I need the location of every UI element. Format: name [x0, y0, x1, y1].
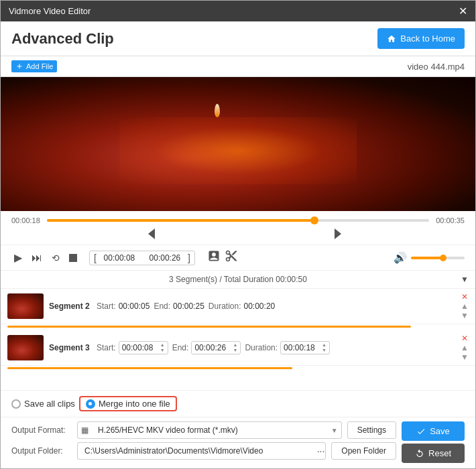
plus-icon: [15, 62, 23, 70]
trim-handle-left[interactable]: [148, 228, 155, 239]
segment-2-start-label: Start:: [97, 302, 116, 311]
timeline-start-label: 00:00:18: [11, 216, 40, 224]
segment-3-duration-label: Duration:: [245, 343, 278, 352]
file-name: video 444.mp4: [408, 62, 465, 72]
segment-3-label: Segment 3: [49, 343, 93, 352]
stop-icon: [69, 254, 77, 262]
trim-handle-right[interactable]: [335, 228, 341, 239]
folder-label: Output Folder:: [11, 446, 72, 456]
save-icon: [416, 427, 426, 436]
segment-2-up-button[interactable]: ▲: [461, 302, 469, 310]
segment-3-duration-value[interactable]: [284, 343, 320, 352]
segment-3-start-down[interactable]: ▼: [160, 348, 165, 353]
merge-radio[interactable]: [86, 399, 95, 409]
segments-summary: 3 Segment(s) / Total Duration 00:00:50: [169, 275, 307, 284]
segment-2-start-value: 00:00:05: [119, 302, 150, 311]
segment-3-end-up[interactable]: ▲: [233, 342, 237, 348]
segment-3-end-value[interactable]: [194, 343, 231, 352]
segment-3-dur-spinner: ▲ ▼: [322, 342, 326, 354]
open-folder-button[interactable]: Open Folder: [331, 442, 396, 460]
add-file-button[interactable]: Add File: [11, 60, 57, 72]
segment-2-info: Segment 2 Start: 00:00:05 End: 00:00:25 …: [49, 302, 455, 311]
segment-2-duration-label: Duration:: [209, 302, 241, 311]
reset-icon: [415, 449, 424, 458]
video-frame: [1, 77, 475, 211]
segment-3-end-input[interactable]: ▲ ▼: [191, 341, 241, 355]
segment-3-start-value[interactable]: [122, 343, 159, 352]
clip-end-input[interactable]: [145, 253, 185, 263]
save-all-option[interactable]: Save all clips: [11, 399, 75, 409]
reset-button[interactable]: Reset: [402, 444, 465, 463]
play-icon: ▶: [14, 251, 22, 264]
segment-2-down-button[interactable]: ▼: [461, 312, 469, 320]
segment-3-actions: ✕ ▲ ▼: [461, 334, 469, 361]
timeline-bar: 00:00:18 00:00:35: [1, 211, 475, 245]
segment-3-start-up[interactable]: ▲: [160, 342, 165, 348]
segment-3-start-field: Start: ▲ ▼: [97, 341, 168, 355]
clip-cut-icon[interactable]: [225, 249, 238, 266]
segment-2-end-label: End:: [154, 302, 170, 311]
merge-options-bar: Save all clips Merge into one file: [1, 391, 475, 417]
format-icon: ▦: [81, 425, 88, 435]
merge-label: Merge into one file: [99, 399, 170, 409]
segments-arrow-icon[interactable]: ▼: [461, 275, 469, 284]
output-fields: Output Format: ▦ H.265/HEVC MKV video fo…: [11, 421, 396, 463]
segment-3-end-down[interactable]: ▼: [233, 348, 237, 353]
play-button[interactable]: ▶: [11, 250, 25, 265]
save-all-label: Save all clips: [24, 399, 75, 409]
segment-2-duration-value: 00:00:20: [244, 302, 276, 311]
segment-3-start-label: Start:: [97, 343, 116, 352]
volume-thumb[interactable]: [440, 255, 447, 261]
loop-icon: ⟲: [52, 253, 60, 263]
add-file-label: Add File: [26, 62, 53, 70]
timeline-track: 00:00:18 00:00:35: [11, 216, 465, 224]
segments-header: 3 Segment(s) / Total Duration 00:00:50 ▼: [1, 271, 475, 289]
segment-2-start-field: Start: 00:00:05: [97, 302, 150, 311]
time-input-group[interactable]: [ ]: [89, 251, 195, 265]
merge-option[interactable]: Merge into one file: [86, 399, 170, 409]
back-home-button[interactable]: Back to Home: [377, 28, 465, 49]
fire-glow: [119, 117, 357, 184]
settings-button[interactable]: Settings: [347, 421, 396, 439]
slider-thumb[interactable]: [310, 216, 318, 224]
clip-icons: [207, 249, 238, 266]
main-window: Vidmore Video Editor ✕ Advanced Clip Bac…: [0, 0, 476, 469]
loop-button[interactable]: ⟲: [49, 251, 62, 265]
segment-3-dur-down[interactable]: ▼: [322, 348, 326, 353]
timeline-end-label: 00:00:35: [436, 216, 465, 224]
trim-handles: [11, 228, 465, 239]
format-row: Output Format: ▦ H.265/HEVC MKV video fo…: [11, 421, 396, 439]
fast-forward-icon: ⏭: [32, 252, 42, 264]
action-buttons: Save Reset: [402, 421, 465, 463]
segment-3-duration-input[interactable]: ▲ ▼: [280, 341, 330, 355]
slider-track: [47, 219, 429, 222]
fast-forward-button[interactable]: ⏭: [29, 251, 45, 265]
segment-2-delete-button[interactable]: ✕: [461, 293, 468, 301]
segment-3-down-button[interactable]: ▼: [461, 353, 469, 361]
window-title: Vidmore Video Editor: [9, 6, 91, 16]
folder-row: Output Folder: ··· Open Folder: [11, 442, 396, 460]
segment-3-up-button[interactable]: ▲: [461, 344, 469, 352]
volume-slider[interactable]: [411, 257, 465, 259]
clip-add-icon[interactable]: [207, 249, 221, 266]
merge-box: Merge into one file: [79, 396, 177, 411]
segment-2-end-value: 00:00:25: [173, 302, 204, 311]
close-button[interactable]: ✕: [459, 5, 467, 17]
folder-input-wrapper: ···: [77, 442, 326, 460]
save-all-radio[interactable]: [11, 399, 21, 409]
video-preview: [1, 77, 475, 211]
save-button[interactable]: Save: [402, 421, 465, 441]
format-select[interactable]: H.265/HEVC MKV video format (*.mkv): [77, 421, 342, 439]
folder-input[interactable]: [77, 442, 326, 460]
segment-3-start-input[interactable]: ▲ ▼: [119, 341, 168, 355]
segment-3-start-spinner: ▲ ▼: [160, 342, 165, 354]
segments-section: 3 Segment(s) / Total Duration 00:00:50 ▼…: [1, 271, 475, 391]
clip-start-input[interactable]: [99, 253, 139, 263]
add-file-bar: Add File video 444.mp4: [1, 56, 475, 77]
timeline-slider[interactable]: [47, 218, 429, 222]
title-bar: Vidmore Video Editor ✕: [1, 1, 475, 21]
segment-3-dur-up[interactable]: ▲: [322, 342, 326, 348]
folder-browse-button[interactable]: ···: [317, 446, 325, 456]
stop-button[interactable]: [66, 253, 80, 263]
segment-3-delete-button[interactable]: ✕: [461, 334, 468, 342]
